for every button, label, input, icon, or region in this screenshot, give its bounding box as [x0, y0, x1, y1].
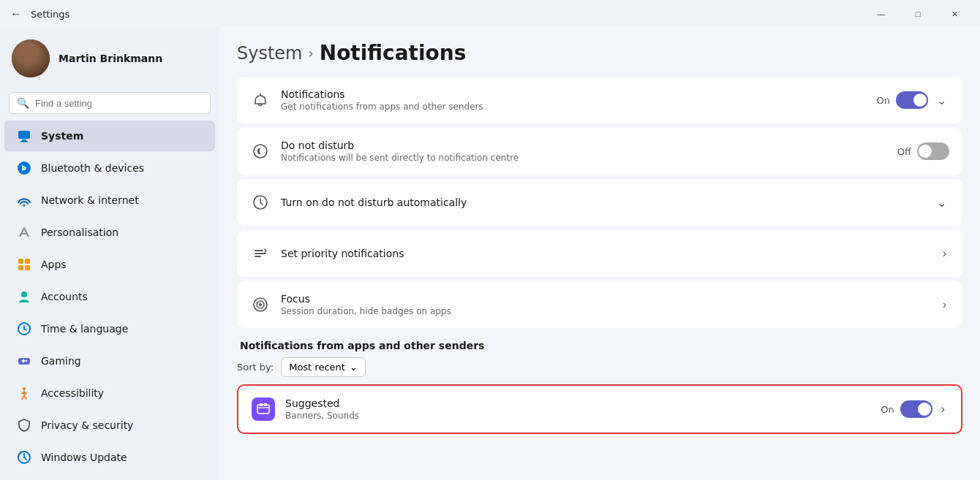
- dnd-toggle[interactable]: [917, 142, 949, 160]
- notifications-toggle-label: On: [877, 95, 890, 106]
- sidebar-label-apps: Apps: [41, 259, 67, 270]
- privacy-icon: [16, 417, 32, 433]
- svg-rect-7: [18, 265, 23, 270]
- apps-icon: [16, 256, 32, 273]
- sort-row: Sort by: Most recent ⌄: [237, 357, 962, 377]
- sidebar-item-accounts[interactable]: Accounts: [4, 281, 215, 312]
- suggested-toggle[interactable]: [900, 400, 932, 418]
- focus-next-btn[interactable]: ›: [940, 295, 949, 314]
- sidebar-item-accessibility[interactable]: Accessibility: [4, 378, 215, 408]
- sidebar-item-apps[interactable]: Apps: [4, 249, 215, 280]
- sidebar-item-gaming[interactable]: Gaming: [4, 346, 215, 376]
- system-icon: [16, 128, 32, 144]
- svg-point-3: [18, 161, 31, 175]
- sidebar-label-personalisation: Personalisation: [41, 226, 118, 238]
- priority-next-btn[interactable]: ›: [940, 244, 949, 263]
- svg-point-13: [23, 387, 26, 390]
- breadcrumb-current: Notifications: [320, 41, 467, 65]
- dnd-toggle-label: Off: [897, 146, 911, 157]
- sidebar-label-accessibility: Accessibility: [41, 387, 104, 399]
- personalisation-icon: [16, 224, 32, 240]
- auto-dnd-icon: [250, 192, 271, 213]
- sidebar-label-privacy: Privacy & security: [41, 419, 133, 431]
- sidebar-item-bluetooth[interactable]: Bluetooth & devices: [4, 153, 215, 183]
- sidebar-label-system: System: [41, 130, 83, 142]
- search-icon: 🔍: [17, 97, 29, 109]
- update-icon: [16, 449, 32, 465]
- notifications-title: Notifications: [281, 88, 867, 100]
- sidebar-item-personalisation[interactable]: Personalisation: [4, 217, 215, 248]
- suggested-app-icon: [252, 397, 275, 421]
- sidebar-label-network: Network & internet: [41, 194, 139, 206]
- priority-card: Set priority notifications ›: [237, 230, 962, 277]
- svg-point-9: [21, 292, 27, 297]
- toggle-thumb: [919, 145, 932, 158]
- search-input[interactable]: [35, 98, 203, 109]
- focus-text: Focus Session duration, hide badges on a…: [281, 293, 930, 316]
- sidebar-label-time: Time & language: [41, 323, 128, 335]
- notifications-card: Notifications Get notifications from app…: [237, 77, 962, 123]
- breadcrumb: System › Notifications: [237, 41, 962, 65]
- sort-label: Sort by:: [237, 362, 274, 373]
- suggested-next-btn[interactable]: ›: [938, 400, 948, 419]
- title-bar: ← Settings — □ ✕: [0, 0, 980, 26]
- priority-icon: [250, 243, 271, 264]
- sidebar: Martin Brinkmann 🔍 System: [0, 26, 219, 480]
- close-button[interactable]: ✕: [938, 4, 971, 24]
- focus-icon: [250, 294, 271, 315]
- focus-title: Focus: [281, 293, 930, 305]
- suggested-title: Suggested: [285, 397, 870, 409]
- suggested-desc: Banners, Sounds: [285, 411, 870, 421]
- notifications-expand-btn[interactable]: ⌄: [934, 91, 949, 110]
- notifications-control: On ⌄: [877, 91, 949, 110]
- dnd-control: Off: [897, 142, 949, 160]
- suggested-row: Suggested Banners, Sounds On ›: [238, 386, 961, 433]
- sidebar-item-system[interactable]: System: [4, 121, 215, 151]
- back-button[interactable]: ←: [9, 6, 23, 22]
- search-box[interactable]: 🔍: [9, 92, 211, 114]
- notifications-toggle[interactable]: [896, 91, 928, 109]
- svg-point-23: [259, 303, 262, 306]
- sidebar-item-privacy[interactable]: Privacy & security: [4, 410, 215, 441]
- breadcrumb-parent[interactable]: System: [237, 43, 303, 64]
- notifications-icon: [250, 90, 271, 110]
- priority-control: ›: [940, 244, 949, 263]
- auto-dnd-card: Turn on do not disturb automatically ⌄: [237, 179, 962, 226]
- priority-text: Set priority notifications: [281, 248, 930, 259]
- svg-rect-8: [25, 265, 30, 270]
- toggle-thumb: [913, 94, 927, 107]
- svg-point-16: [254, 145, 267, 158]
- dnd-row: Do not disturb Notifications will be sen…: [237, 128, 962, 175]
- sidebar-label-accounts: Accounts: [41, 291, 88, 302]
- sort-value: Most recent: [289, 362, 345, 373]
- minimize-button[interactable]: —: [864, 4, 898, 24]
- sidebar-item-update[interactable]: Windows Update: [4, 442, 215, 473]
- auto-dnd-title: Turn on do not disturb automatically: [281, 197, 924, 208]
- sidebar-label-update: Windows Update: [41, 452, 127, 463]
- title-bar-left: ← Settings: [9, 6, 69, 22]
- dnd-card: Do not disturb Notifications will be sen…: [237, 128, 962, 175]
- notifications-text: Notifications Get notifications from app…: [281, 88, 867, 112]
- auto-dnd-text: Turn on do not disturb automatically: [281, 197, 924, 208]
- svg-rect-25: [260, 403, 263, 406]
- accessibility-icon: [16, 385, 32, 401]
- svg-point-12: [26, 360, 27, 362]
- suggested-card: Suggested Banners, Sounds On ›: [237, 384, 962, 434]
- window-title: Settings: [31, 9, 69, 20]
- focus-desc: Session duration, hide badges on apps: [281, 306, 930, 316]
- breadcrumb-separator: ›: [309, 45, 314, 61]
- sidebar-item-network[interactable]: Network & internet: [4, 185, 215, 216]
- accounts-icon: [16, 289, 32, 305]
- focus-control: ›: [940, 295, 949, 314]
- sort-select[interactable]: Most recent ⌄: [281, 357, 366, 377]
- auto-dnd-expand-btn[interactable]: ⌄: [934, 193, 949, 213]
- section-header: Notifications from apps and other sender…: [240, 340, 962, 351]
- gaming-icon: [16, 353, 32, 369]
- sidebar-item-time[interactable]: Time & language: [4, 313, 215, 344]
- maximize-button[interactable]: □: [901, 4, 935, 24]
- network-icon: [16, 192, 32, 208]
- bluetooth-icon: [16, 160, 32, 176]
- auto-dnd-control: ⌄: [934, 193, 949, 213]
- focus-row: Focus Session duration, hide badges on a…: [237, 281, 962, 328]
- priority-row: Set priority notifications ›: [237, 230, 962, 277]
